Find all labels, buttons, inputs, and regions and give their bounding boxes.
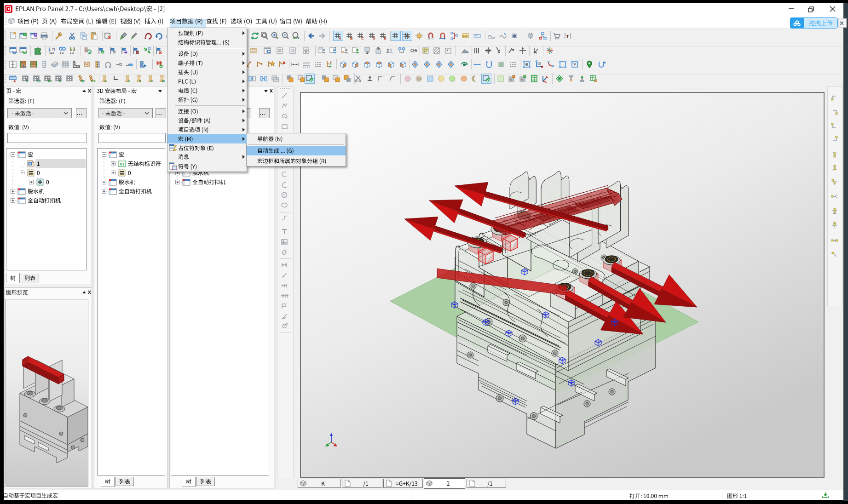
svg-text:LC: LC: [37, 80, 41, 83]
svg-text:S: S: [26, 80, 28, 83]
svg-text:P: P: [150, 80, 153, 83]
svg-text:1 2: 1 2: [60, 52, 64, 54]
svg-text:C: C: [361, 36, 364, 40]
svg-text:123: 123: [463, 34, 468, 37]
svg-text:D: D: [373, 36, 375, 40]
svg-text:D: D: [59, 80, 61, 83]
svg-text:123: 123: [49, 52, 54, 54]
svg-text:K: K: [104, 80, 107, 83]
svg-text:T: T: [566, 34, 569, 39]
svg-text:B: B: [350, 36, 353, 40]
svg-text:XY: XY: [120, 162, 125, 166]
svg-text:DXF: DXF: [91, 80, 96, 83]
svg-text:1 2: 1 2: [70, 52, 74, 54]
svg-text:NC: NC: [81, 80, 85, 83]
svg-text:M: M: [162, 80, 165, 83]
svg-text:A: A: [13, 79, 16, 83]
svg-text:o: o: [510, 78, 512, 81]
svg-text:100: 100: [293, 37, 298, 40]
svg-text:BC: BC: [48, 80, 52, 83]
svg-text:E: E: [384, 36, 387, 40]
svg-text:C: C: [127, 80, 130, 83]
svg-text:S: S: [139, 80, 141, 83]
svg-text:o: o: [521, 78, 523, 81]
svg-text:A: A: [339, 36, 341, 40]
